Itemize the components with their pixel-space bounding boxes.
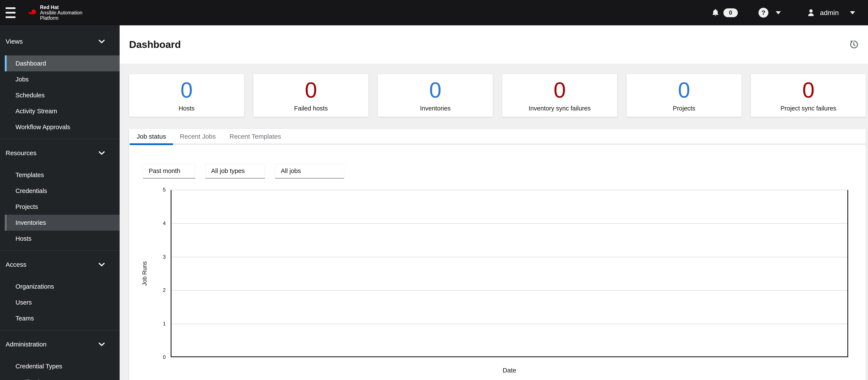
sidebar-item-activity-stream[interactable]: Activity Stream [5,103,120,119]
brand-line-2: Ansible Automation [40,10,83,15]
brand-line-1: Red Hat [40,5,83,10]
card-label: Hosts [179,105,194,112]
notifications-bell-icon[interactable] [711,8,719,17]
chart-plot-area [170,190,848,357]
period-select[interactable]: Past month [143,164,195,179]
y-tick: 2 [151,287,166,293]
nav-section-administration-title: Administration [6,341,46,348]
card-label: Projects [673,105,695,112]
sidebar-item-users[interactable]: Users [5,295,120,310]
redhat-hat-icon [27,9,37,16]
hosts-count-link[interactable]: 0 [181,79,193,101]
sidebar-item-jobs[interactable]: Jobs [5,71,120,87]
brand-line-3: Platform [40,15,83,21]
chart-filters: Past month All job types A [143,164,866,179]
app-window: Red Hat Ansible Automation Platform 0 ? [0,0,868,380]
sidebar-item-credential-types[interactable]: Credential Types [5,358,120,374]
failed-hosts-count-link[interactable]: 0 [305,79,317,101]
help-caret-down-icon[interactable] [776,11,781,14]
tab-job-status[interactable]: Job status [130,129,173,144]
tab-recent-templates[interactable]: Recent Templates [223,129,288,144]
job-status-panel: Job status Recent Jobs Recent Templates … [129,129,866,380]
y-tick: 0 [151,354,166,360]
sidebar-item-credentials[interactable]: Credentials [5,183,120,199]
caret-down-icon [183,170,190,172]
nav-section-access: Access Organizations Users Teams [0,250,120,326]
card-failed-hosts: 0 Failed hosts [253,74,368,117]
projects-count-link[interactable]: 0 [678,79,690,101]
sidebar-item-projects[interactable]: Projects [5,199,120,215]
card-label: Inventory sync failures [529,105,591,112]
card-label: Project sync failures [780,105,836,112]
nav-section-resources-title: Resources [6,149,36,157]
job-filter-select-value: All jobs [281,167,301,175]
nav-section-administration: Administration Credential Types Notifica… [0,330,120,380]
nav-section-views-header[interactable]: Views [0,32,120,51]
panel-tabs: Job status Recent Jobs Recent Templates [129,129,866,144]
inventory-sync-failures-count-link[interactable]: 0 [554,79,566,101]
sidebar-item-teams[interactable]: Teams [5,310,120,326]
sidebar-item-dashboard[interactable]: Dashboard [5,56,120,71]
nav-section-views-title: Views [6,38,23,45]
brand-logo: Red Hat Ansible Automation Platform [27,5,83,21]
job-type-select[interactable]: All job types [205,164,265,179]
summary-cards: 0 Hosts 0 Failed hosts 0 Inventories 0 I… [129,74,866,117]
card-project-sync-failures: 0 Project sync failures [751,74,866,117]
nav-section-access-header[interactable]: Access [0,255,120,274]
chevron-down-icon [99,263,104,266]
y-tick: 5 [151,187,166,193]
chevron-down-icon [99,151,104,155]
x-axis-label: Date [170,367,848,374]
help-icon[interactable]: ? [758,8,768,18]
caret-down-icon [332,170,338,172]
sidebar-item-schedules[interactable]: Schedules [5,87,120,103]
nav-section-access-title: Access [6,261,27,268]
nav-section-resources-header[interactable]: Resources [0,144,120,162]
sidebar-item-workflow-approvals[interactable]: Workflow Approvals [5,119,120,135]
sidebar-nav: Views Dashboard Jobs Schedules Activity … [0,25,120,380]
nav-section-views: Views Dashboard Jobs Schedules Activity … [0,32,120,135]
page-header: Dashboard [120,25,868,64]
card-hosts: 0 Hosts [129,74,244,117]
sidebar-item-notifications[interactable]: Notifications [5,374,120,380]
nav-toggle-hamburger-icon[interactable] [6,7,16,18]
sidebar-item-inventories[interactable]: Inventories [5,215,120,231]
y-axis-label: Job Runs [142,250,148,297]
history-icon[interactable] [849,40,859,49]
card-inventories: 0 Inventories [378,74,493,117]
chevron-down-icon [99,40,104,43]
card-inventory-sync-failures: 0 Inventory sync failures [502,74,617,117]
user-menu-label[interactable]: admin [820,9,839,17]
tab-recent-jobs[interactable]: Recent Jobs [173,129,223,144]
nav-section-administration-header[interactable]: Administration [0,335,120,353]
project-sync-failures-count-link[interactable]: 0 [802,79,815,101]
job-filter-select[interactable]: All jobs [275,164,344,179]
page-title: Dashboard [129,39,181,50]
caret-down-icon [253,170,259,172]
y-tick: 4 [151,220,166,226]
sidebar-item-hosts[interactable]: Hosts [5,231,120,246]
nav-section-resources: Resources Templates Credentials Projects… [0,139,120,246]
card-label: Failed hosts [294,105,328,112]
user-icon [807,8,815,17]
user-caret-down-icon[interactable] [850,11,855,14]
card-projects: 0 Projects [627,74,742,117]
notification-count-badge[interactable]: 0 [723,8,738,17]
y-tick: 3 [151,254,166,260]
y-tick: 1 [151,321,166,327]
main-area: Dashboard 0 Hosts 0 Failed hosts [120,25,868,380]
chevron-down-icon [99,343,104,346]
inventories-count-link[interactable]: 0 [429,79,441,101]
job-runs-chart: Job Runs 5 4 3 2 1 0 Date [129,190,866,380]
period-select-value: Past month [149,167,180,175]
card-label: Inventories [420,105,451,112]
sidebar-item-organizations[interactable]: Organizations [5,279,120,295]
masthead: Red Hat Ansible Automation Platform 0 ? [0,0,868,25]
job-type-select-value: All job types [211,167,245,175]
sidebar-item-templates[interactable]: Templates [5,167,120,183]
dashboard-content: 0 Hosts 0 Failed hosts 0 Inventories 0 I… [120,64,868,380]
